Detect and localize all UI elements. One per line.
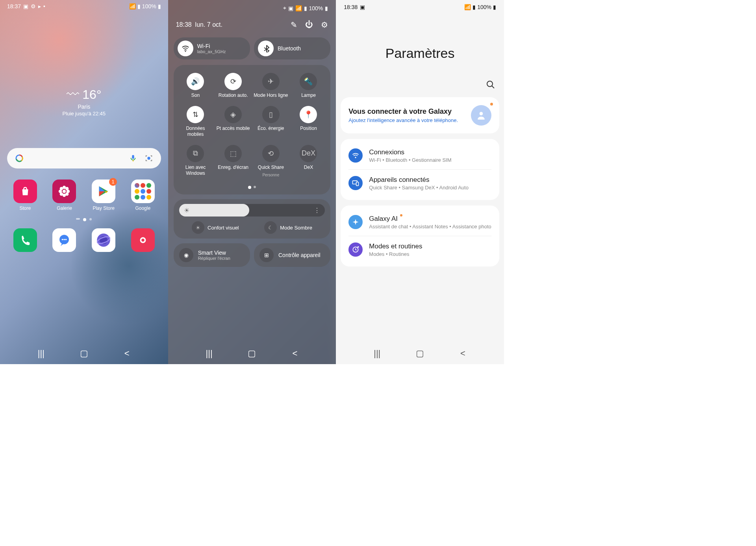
more-icon[interactable]: ⋮ xyxy=(314,207,320,214)
battery-icon: ▯ xyxy=(262,106,280,123)
wifi-icon: 📶 xyxy=(129,3,136,9)
search-bar[interactable] xyxy=(7,148,161,168)
qs-tile-rotate[interactable]: ⟳Rotation auto. xyxy=(215,73,251,99)
qs-tile-label: Éco. énergie xyxy=(258,126,284,132)
settings-item-devices[interactable]: Appareils connectésQuick Share • Samsung… xyxy=(348,169,491,197)
bluetooth-tile[interactable]: Bluetooth xyxy=(254,37,330,59)
phone-icon xyxy=(13,228,37,252)
recents-button[interactable]: ||| xyxy=(35,348,47,359)
bluetooth-icon xyxy=(258,41,274,56)
settings-item-routine[interactable]: Modes et routinesModes • Routines xyxy=(348,236,491,263)
settings-icon[interactable]: ⚙ xyxy=(321,20,328,30)
svg-point-15 xyxy=(64,239,65,241)
eye-comfort-label: Confort visuel xyxy=(208,225,239,231)
avatar xyxy=(471,105,491,126)
page-dot xyxy=(254,186,256,188)
qs-tile-label: Lien avec Windows xyxy=(178,165,214,177)
app-label: Play Store xyxy=(93,205,114,211)
edit-icon[interactable]: ✎ xyxy=(291,20,297,30)
grid-icon: ⊞ xyxy=(259,248,274,262)
svg-point-21 xyxy=(141,239,145,242)
home-button[interactable]: ▢ xyxy=(414,348,426,359)
location-icon: 📍 xyxy=(300,106,317,123)
qs-tile-label: Lampe xyxy=(301,93,316,99)
qs-tile-volume[interactable]: 🔊Son xyxy=(178,73,214,99)
wifi-icon: 📶 xyxy=(295,5,302,11)
qs-tile-share[interactable]: ⟲Quick SharePersonne xyxy=(253,145,289,178)
link-icon: ⧉ xyxy=(187,145,204,162)
app-store[interactable]: Store xyxy=(11,180,39,211)
camera-icon xyxy=(131,228,155,252)
qs-tile-label: Position xyxy=(300,126,317,132)
qs-tile-hotspot[interactable]: ◈Pt accès mobile xyxy=(215,106,251,138)
back-button[interactable]: < xyxy=(457,348,469,359)
svg-point-10 xyxy=(65,187,69,191)
badge: 1 xyxy=(109,178,117,186)
brightness-slider[interactable]: ☀ ⋮ xyxy=(179,204,325,217)
recents-button[interactable]: ||| xyxy=(203,348,215,359)
home-button[interactable]: ▢ xyxy=(246,348,258,359)
qs-tile-data[interactable]: ⇅Données mobiles xyxy=(178,106,214,138)
qs-page-indicator xyxy=(178,186,327,189)
search-button[interactable] xyxy=(336,61,504,92)
battery-percent: 100% xyxy=(477,4,491,10)
dark-mode-toggle[interactable]: ☾ Mode Sombre xyxy=(264,221,312,234)
battery-icon: ▮ xyxy=(493,4,496,10)
svg-line-24 xyxy=(492,86,494,88)
back-button[interactable]: < xyxy=(121,348,133,359)
weather-city: Paris xyxy=(0,104,168,110)
qs-tile-location[interactable]: 📍Position xyxy=(291,106,327,138)
wifi-icon: 📶 xyxy=(464,4,471,10)
signin-card[interactable]: Vous connecter à votre Galaxy Ajoutez l'… xyxy=(341,97,499,133)
eye-comfort-toggle[interactable]: ☀ Confort visuel xyxy=(192,221,239,234)
qs-time: 18:38 xyxy=(176,21,192,28)
app-google[interactable]: Google xyxy=(129,180,157,211)
mic-icon[interactable] xyxy=(129,154,137,163)
qs-tile-record[interactable]: ⬚Enreg. d'écran xyxy=(215,145,251,178)
bluetooth-label: Bluetooth xyxy=(278,45,301,52)
record-icon: ⬚ xyxy=(224,145,242,162)
settings-item-sparkle[interactable]: Galaxy AIAssistant de chat • Assistant N… xyxy=(341,209,499,236)
svg-point-3 xyxy=(147,157,150,159)
smart-view-tile[interactable]: ◉ Smart View Répliquer l'écran xyxy=(174,243,250,267)
back-button[interactable]: < xyxy=(289,348,301,359)
device-control-tile[interactable]: ⊞ Contrôle appareil xyxy=(254,243,330,267)
status-bar: 18:38 ▣ 📶 ▮ 100% ▮ xyxy=(336,0,504,14)
battery-percent: 100% xyxy=(142,3,156,9)
dock-app-phone[interactable] xyxy=(11,228,39,252)
qs-tiles-grid: 🔊Son⟳Rotation auto.✈Mode Hors ligne🔦Lamp… xyxy=(174,65,331,194)
settings-screen: 18:38 ▣ 📶 ▮ 100% ▮ Paramètres Vous conne… xyxy=(336,0,504,364)
qs-tile-label: Enreg. d'écran xyxy=(218,165,248,171)
svg-point-25 xyxy=(480,112,483,115)
image-icon: ▣ xyxy=(360,4,365,10)
qs-tile-flashlight[interactable]: 🔦Lampe xyxy=(291,73,327,99)
nav-bar: ||| ▢ < xyxy=(0,348,168,359)
recents-button[interactable]: ||| xyxy=(371,348,383,359)
browser-icon xyxy=(92,228,115,252)
smart-view-label: Smart View xyxy=(198,250,230,256)
google-logo-icon xyxy=(15,154,24,163)
wifi-tile[interactable]: Wi-Fi labo_ax_5GHz xyxy=(174,37,250,59)
share-icon: ⟲ xyxy=(262,145,280,162)
home-button[interactable]: ▢ xyxy=(78,348,90,359)
app-galerie[interactable]: Galerie xyxy=(50,180,78,211)
qs-tile-dex[interactable]: DeXDeX xyxy=(291,145,327,178)
dock-app-browser[interactable] xyxy=(89,228,118,252)
qs-tile-battery[interactable]: ▯Éco. énergie xyxy=(253,106,289,138)
app-label: Google xyxy=(135,205,150,211)
dot-icon: • xyxy=(43,3,45,9)
qs-tile-link[interactable]: ⧉Lien avec Windows xyxy=(178,145,214,178)
ai-group: Galaxy AIAssistant de chat • Assistant N… xyxy=(341,205,499,267)
sparkle-icon xyxy=(348,215,363,229)
lens-icon[interactable] xyxy=(145,154,153,163)
weather-widget[interactable]: 〰 16° Paris Pluie jusqu'à 22:45 xyxy=(0,87,168,117)
connections-group: ConnexionsWi-Fi • Bluetooth • Gestionnai… xyxy=(341,139,499,200)
qs-tile-airplane[interactable]: ✈Mode Hors ligne xyxy=(253,73,289,99)
dock-app-messages[interactable] xyxy=(50,228,78,252)
app-play-store[interactable]: 1Play Store xyxy=(89,180,118,211)
qs-tile-label: DeX xyxy=(304,165,313,171)
dock-app-camera[interactable] xyxy=(129,228,157,252)
power-icon[interactable]: ⏻ xyxy=(305,20,313,30)
settings-item-wifi[interactable]: ConnexionsWi-Fi • Bluetooth • Gestionnai… xyxy=(341,142,499,169)
wifi-icon xyxy=(348,148,363,163)
